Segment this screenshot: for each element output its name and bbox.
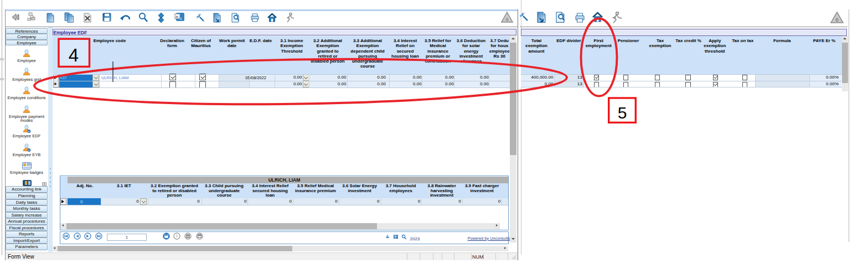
- svg-text:4: 4: [69, 45, 79, 65]
- svg-text:5: 5: [618, 104, 627, 122]
